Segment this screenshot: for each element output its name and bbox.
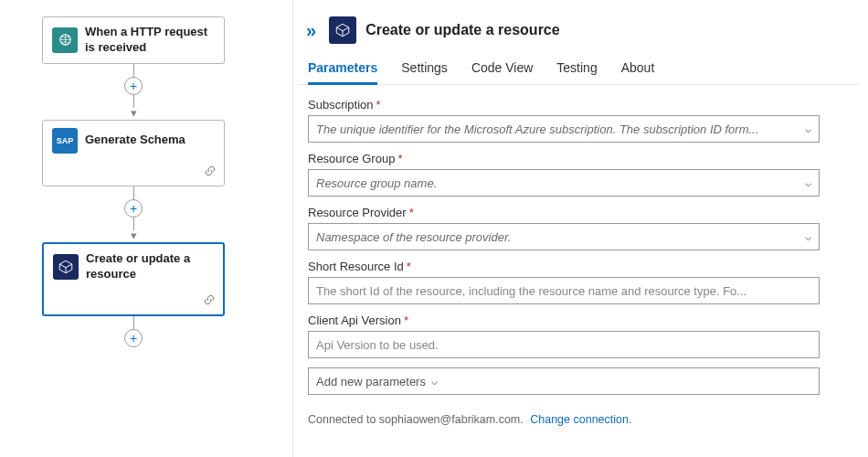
panel-tabs: Parameters Settings Code View Testing Ab…: [299, 55, 859, 85]
short-resource-id-label: Short Resource Id*: [308, 260, 850, 273]
add-step-button[interactable]: +: [124, 329, 143, 347]
node-title: Create or update a resource: [86, 251, 214, 282]
arm-cube-icon: [53, 254, 79, 280]
resource-group-select[interactable]: Resource group name. ⌵: [308, 169, 820, 197]
connection-info: Connected to sophiaowen@fabrikam.com. Ch…: [299, 408, 859, 431]
node-generate-schema[interactable]: SAP Generate Schema: [42, 120, 225, 186]
subscription-label: Subscription*: [308, 98, 850, 112]
panel-title: Create or update a resource: [365, 22, 560, 38]
chevron-down-icon: ⌵: [805, 230, 811, 243]
collapse-panel-button[interactable]: »: [306, 20, 320, 41]
add-step-button[interactable]: +: [124, 199, 143, 218]
connector: +: [124, 316, 143, 347]
connection-icon: [204, 165, 217, 180]
change-connection-link[interactable]: Change connection.: [530, 413, 631, 426]
resource-provider-select[interactable]: Namespace of the resource provider. ⌵: [308, 223, 820, 250]
resource-group-label: Resource Group*: [308, 152, 850, 165]
tab-settings[interactable]: Settings: [401, 60, 448, 84]
workflow-canvas: When a HTTP request is received + ▾ SAP …: [0, 0, 292, 457]
tab-about[interactable]: About: [621, 60, 655, 84]
parameters-form: Subscription* The unique identifier for …: [299, 85, 859, 408]
client-api-version-label: Client Api Version*: [308, 314, 850, 327]
tab-parameters[interactable]: Parameters: [308, 60, 377, 85]
add-step-button[interactable]: +: [124, 77, 143, 95]
arm-cube-icon: [329, 16, 356, 44]
chevron-down-icon: ⌵: [431, 375, 438, 388]
http-request-icon: [52, 27, 78, 53]
subscription-select[interactable]: The unique identifier for the Microsoft …: [308, 115, 820, 143]
resource-provider-label: Resource Provider*: [308, 206, 850, 219]
client-api-version-input[interactable]: Api Version to be used.: [308, 331, 820, 358]
sap-icon: SAP: [52, 128, 78, 154]
connector: + ▾: [124, 186, 143, 242]
node-http-trigger[interactable]: When a HTTP request is received: [42, 16, 225, 64]
short-resource-id-input[interactable]: The short Id of the resource, including …: [308, 277, 820, 304]
connection-icon: [203, 293, 216, 309]
add-new-parameters-select[interactable]: Add new parameters ⌵: [308, 367, 820, 395]
tab-code-view[interactable]: Code View: [471, 60, 533, 84]
tab-testing[interactable]: Testing: [556, 60, 597, 84]
chevron-down-icon: ⌵: [805, 122, 811, 135]
action-detail-panel: » Create or update a resource Parameters…: [292, 0, 868, 457]
node-title: Generate Schema: [85, 133, 185, 148]
connection-account: sophiaowen@fabrikam.com.: [379, 413, 524, 426]
node-create-update-resource[interactable]: Create or update a resource: [42, 242, 225, 316]
node-title: When a HTTP request is received: [85, 25, 215, 56]
chevron-down-icon: ⌵: [805, 176, 811, 189]
connector: + ▾: [124, 64, 143, 120]
